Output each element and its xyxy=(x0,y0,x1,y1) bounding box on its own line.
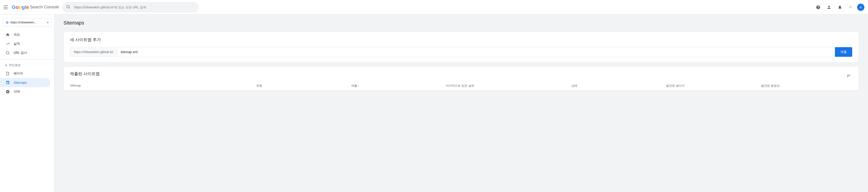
submitted-sitemaps-card: 제출된 사이트맵 Sitemap 유형 제출 ↓ 마지막으로 읽은 날짜 상태 … xyxy=(63,66,859,91)
performance-icon xyxy=(5,42,10,46)
sort-button[interactable] xyxy=(845,73,852,80)
sidebar-item-performance-label: 실적 xyxy=(13,42,20,46)
sidebar-item-performance[interactable]: 실적 xyxy=(0,39,51,48)
sidebar: ⊕ https://chloeeekim... ▾ 개요 실적 xyxy=(0,15,54,192)
search-icon xyxy=(66,5,70,10)
svg-line-1 xyxy=(69,7,69,8)
col-status-header: 상태 xyxy=(571,84,663,88)
sitemap-form: https://chloeeekim.github.io/ 제출 xyxy=(70,47,852,57)
col-videos-header: 발견한 동영상 xyxy=(761,84,852,88)
add-sitemap-title: 새 사이트맵 추가 xyxy=(70,37,852,43)
sitemaps-icon xyxy=(5,80,10,85)
header-icons: A xyxy=(814,3,864,12)
top-header: Google Search Console A xyxy=(0,0,868,15)
sidebar-item-url-inspection[interactable]: URL 검사 xyxy=(0,48,51,57)
col-pages-header: 발견된 페이지 xyxy=(666,84,757,88)
hamburger-menu-button[interactable] xyxy=(4,4,9,10)
sidebar-item-removal-label: 삭제 xyxy=(13,90,20,94)
sidebar-item-overview[interactable]: 개요 xyxy=(0,30,51,39)
layout: ⊕ https://chloeeekim... ▾ 개요 실적 xyxy=(0,15,868,192)
index-section-header[interactable]: ▾ 색인생성 xyxy=(0,61,54,69)
apps-button[interactable] xyxy=(846,3,855,12)
page-title: Sitemaps xyxy=(63,20,859,26)
profile-icon-button[interactable] xyxy=(825,3,834,12)
col-submitted-header: 제출 ↓ xyxy=(351,84,442,88)
url-inspection-icon xyxy=(5,51,10,55)
add-sitemap-card: 새 사이트맵 추가 https://chloeeekim.github.io/ … xyxy=(63,31,859,63)
sidebar-item-overview-label: 개요 xyxy=(13,33,20,37)
removal-icon xyxy=(5,89,10,94)
sidebar-item-pages-label: 페이지 xyxy=(13,72,23,76)
sidebar-item-sitemaps[interactable]: Sitemaps xyxy=(0,78,51,87)
sitemap-url-input[interactable] xyxy=(117,48,835,56)
sidebar-item-removal[interactable]: 삭제 xyxy=(0,87,51,96)
home-icon xyxy=(5,32,10,37)
search-bar xyxy=(63,2,198,12)
table-columns: Sitemap 유형 제출 ↓ 마지막으로 읽은 날짜 상태 발견된 페이지 발… xyxy=(64,81,859,91)
property-selector[interactable]: ⊕ https://chloeeekim... ▾ xyxy=(3,18,52,27)
sidebar-item-url-inspection-label: URL 검사 xyxy=(13,51,27,55)
svg-line-3 xyxy=(8,54,9,54)
google-logo: Google Search Console xyxy=(12,4,59,10)
add-sitemap-card-content: 새 사이트맵 추가 https://chloeeekim.github.io/ … xyxy=(64,31,859,62)
index-section-label: 색인생성 xyxy=(9,63,21,67)
pages-icon xyxy=(5,71,10,76)
app-name-label: Search Console xyxy=(30,5,59,9)
nav-section-main: 개요 실적 URL 검사 xyxy=(0,30,54,57)
col-last-read-header: 마지막으로 읽은 날짜 xyxy=(446,84,567,88)
sitemap-prefix: https://chloeeekim.github.io/ xyxy=(70,48,117,56)
svg-point-2 xyxy=(6,51,9,54)
submitted-sitemaps-title: 제출된 사이트맵 xyxy=(70,71,100,77)
search-input[interactable] xyxy=(63,2,198,12)
sitemap-submit-button[interactable]: 제출 xyxy=(835,47,852,57)
svg-point-0 xyxy=(67,5,69,8)
nav-section-index: ▾ 색인생성 페이지 Sitemaps 삭제 xyxy=(0,61,54,96)
submitted-sitemaps-header: 제출된 사이트맵 xyxy=(64,66,859,81)
property-name: https://chloeeekim... xyxy=(10,21,45,24)
col-type-header: 유형 xyxy=(256,84,347,88)
submitted-sort-icon: ↓ xyxy=(358,84,359,87)
property-dropdown-icon: ▾ xyxy=(47,21,49,24)
header-left: Google Search Console xyxy=(4,4,59,10)
property-icon: ⊕ xyxy=(6,20,9,25)
main-content: Sitemaps 새 사이트맵 추가 https://chloeeekim.gi… xyxy=(54,15,868,192)
notifications-button[interactable] xyxy=(835,3,844,12)
help-button[interactable] xyxy=(814,3,823,12)
index-section-arrow: ▾ xyxy=(5,63,7,67)
sidebar-item-sitemaps-label: Sitemaps xyxy=(13,81,27,84)
avatar[interactable]: A xyxy=(857,4,864,11)
sidebar-item-pages[interactable]: 페이지 xyxy=(0,69,51,78)
col-sitemap-header: Sitemap xyxy=(70,84,253,88)
